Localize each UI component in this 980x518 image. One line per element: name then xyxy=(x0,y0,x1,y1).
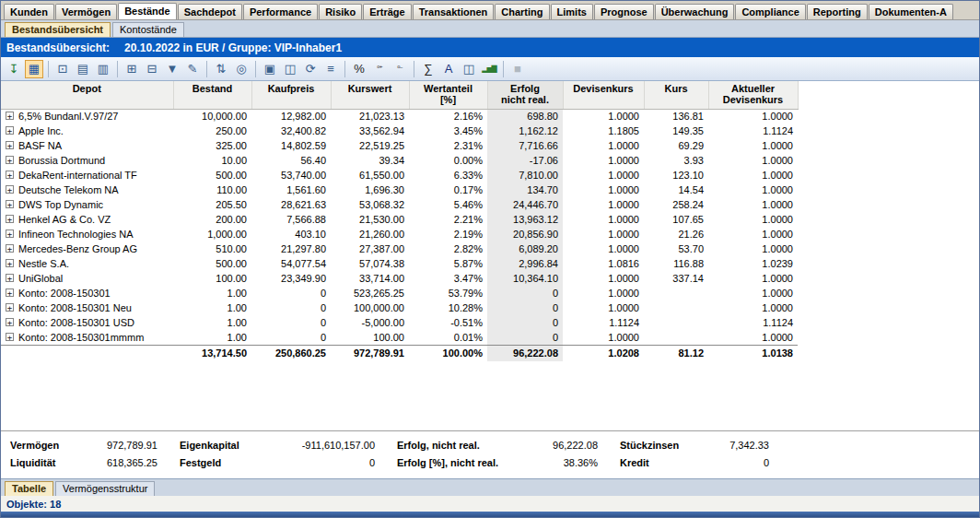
split-view-icon[interactable]: ◫ xyxy=(281,60,299,78)
subtab-kontostaende[interactable]: Kontostände xyxy=(112,22,184,37)
sort-icon[interactable]: ⇅ xyxy=(212,60,230,78)
table-row[interactable]: +Infineon Technologies NA1,000.00403.102… xyxy=(1,227,798,241)
tab-dokumenten-a[interactable]: Dokumenten-A xyxy=(869,4,953,19)
search-icon[interactable]: ◎ xyxy=(232,60,251,78)
tab-reporting[interactable]: Reporting xyxy=(807,4,868,19)
columns-icon[interactable]: ▥ xyxy=(94,60,112,78)
table-row[interactable]: +Mercedes-Benz Group AG510.0021,297.8027… xyxy=(1,241,798,256)
report-icon: ■ xyxy=(508,60,527,78)
tab-compliance[interactable]: Compliance xyxy=(735,4,805,19)
expand-icon[interactable]: + xyxy=(6,215,14,223)
table-row[interactable]: +Henkel AG & Co. VZ200.007,566.8821,530.… xyxy=(1,212,798,227)
depot-name: DWS Top Dynamic xyxy=(18,199,103,210)
expand-icon[interactable]: + xyxy=(6,200,14,208)
font-icon[interactable]: A xyxy=(439,60,458,78)
col-header-wertanteil[interactable]: Wertanteil [%] xyxy=(409,81,487,109)
view-title-context: 20.10.2022 in EUR / Gruppe: VIP-Inhaber1 xyxy=(124,41,342,54)
decimal-add-icon[interactable]: ⁰⁺ xyxy=(370,60,389,78)
table-row[interactable]: +Borussia Dortmund10.0056.4039.340.00%-1… xyxy=(1,153,798,168)
expand-icon[interactable]: + xyxy=(6,112,14,120)
col-header-depot[interactable]: Depot xyxy=(1,81,173,109)
bottomtab-tabelle[interactable]: Tabelle xyxy=(5,481,53,496)
expand-icon[interactable]: + xyxy=(6,303,14,312)
expand-all-icon[interactable]: ⊞ xyxy=(122,60,141,78)
tab-vermoegen[interactable]: Vermögen xyxy=(55,4,117,19)
tab-performance[interactable]: Performance xyxy=(243,4,318,19)
copy-icon[interactable]: ⊡ xyxy=(53,60,72,78)
tab-ertraege[interactable]: Erträge xyxy=(363,4,412,19)
decimal-remove-icon[interactable]: ⁰⁻ xyxy=(391,60,409,78)
col-header-kurswert[interactable]: Kurswert xyxy=(331,81,409,109)
tab-bestaende[interactable]: Bestände xyxy=(118,3,177,19)
status-bar: Objekte: 18 xyxy=(1,496,979,512)
expand-icon[interactable]: + xyxy=(6,333,14,341)
depot-name: Konto: 2008-150301 USD xyxy=(18,317,134,328)
depot-name: Konto: 2008-150301 xyxy=(18,288,111,299)
menu-icon[interactable]: ≡ xyxy=(321,60,340,78)
table-row[interactable]: +BASF NA325.0014,802.5922,519.252.31%7,7… xyxy=(1,138,798,153)
tab-ueberwachung[interactable]: Überwachung xyxy=(655,4,735,19)
table-row[interactable]: +Konto: 2008-150301 Neu1.000100,000.0010… xyxy=(1,300,798,315)
table-row[interactable]: +Konto: 2008-150301mmmm1.000100.000.01%0… xyxy=(1,330,798,345)
summary-label: Kredit xyxy=(620,457,649,468)
expand-icon[interactable]: + xyxy=(6,185,14,194)
col-header-devisenkurs[interactable]: Devisenkurs xyxy=(563,81,644,109)
table-layout-icon[interactable]: ▦ xyxy=(25,60,43,78)
expand-icon[interactable]: + xyxy=(6,141,14,149)
bottomtab-vermoegensstruktur[interactable]: Vermögensstruktur xyxy=(55,481,155,496)
chart-icon[interactable]: ▂▅▇ xyxy=(480,60,498,78)
freeze-pane-icon[interactable]: ▣ xyxy=(261,60,279,78)
expand-icon[interactable]: + xyxy=(6,156,14,164)
main-tab-bar: KundenVermögenBeständeSachdepotPerforman… xyxy=(1,1,979,20)
group-columns-icon[interactable]: ◫ xyxy=(460,60,478,78)
tab-risiko[interactable]: Risiko xyxy=(319,4,362,19)
col-header-bestand[interactable]: Bestand xyxy=(173,81,251,109)
expand-icon[interactable]: + xyxy=(6,244,14,253)
summary-label: Festgeld xyxy=(180,457,221,468)
expand-icon[interactable]: + xyxy=(6,318,14,326)
depot-name: UniGlobal xyxy=(18,273,63,284)
tab-transaktionen[interactable]: Transaktionen xyxy=(413,4,495,19)
sum-icon[interactable]: ∑ xyxy=(419,60,438,78)
collapse-all-icon[interactable]: ⊟ xyxy=(143,60,161,78)
refresh-icon[interactable]: ⟳ xyxy=(301,60,320,78)
col-header-kaufpreis[interactable]: Kaufpreis xyxy=(251,81,331,109)
filter-edit-icon[interactable]: ✎ xyxy=(183,60,202,78)
summary-value: -911,610,157.00 xyxy=(302,440,375,451)
subtab-bestandsuebersicht[interactable]: Bestandsübersicht xyxy=(5,22,111,37)
table-row[interactable]: +DekaRent-international TF500.0053,740.0… xyxy=(1,168,798,182)
summary-erfolg-nicht-real: Erfolg, nicht real.96,222.08 xyxy=(397,440,598,451)
col-header-kurs[interactable]: Kurs xyxy=(644,81,708,109)
col-header-aktueller-devisenkurs[interactable]: Aktueller Devisenkurs xyxy=(708,81,798,109)
expand-icon[interactable]: + xyxy=(6,230,14,238)
percent-icon[interactable]: % xyxy=(350,60,368,78)
expand-icon[interactable]: + xyxy=(6,126,14,135)
tab-limits[interactable]: Limits xyxy=(551,4,593,19)
tab-sachdepot[interactable]: Sachdepot xyxy=(178,4,242,19)
col-header-erfolg-nicht-real[interactable]: Erfolg nicht real. xyxy=(487,81,563,109)
totals-row: 13,714.50250,860.25972,789.91100.00%96,2… xyxy=(1,345,798,361)
expand-icon[interactable]: + xyxy=(6,274,14,282)
table-row[interactable]: +Deutsche Telekom NA110.001,561.601,696.… xyxy=(1,182,798,197)
depot-name: BASF NA xyxy=(18,140,62,151)
summary-kredit: Kredit0 xyxy=(620,457,769,468)
expand-icon[interactable]: + xyxy=(6,259,14,267)
table-row[interactable]: +Nestle S.A.500.0054,077.5457,074.385.87… xyxy=(1,256,798,271)
tab-prognose[interactable]: Prognose xyxy=(594,4,654,19)
export-icon[interactable]: ↧ xyxy=(5,60,23,78)
summary-value: 972,789.91 xyxy=(107,440,158,451)
table-row[interactable]: +Konto: 2008-1503011.000523,265.2553.79%… xyxy=(1,286,798,300)
expand-icon[interactable]: + xyxy=(6,288,14,297)
table-row[interactable]: +DWS Top Dynamic205.5028,621.6353,068.32… xyxy=(1,197,798,212)
tab-kunden[interactable]: Kunden xyxy=(4,4,54,19)
summary-value: 38.36% xyxy=(564,457,598,468)
tab-charting[interactable]: Charting xyxy=(495,4,549,19)
expand-icon[interactable]: + xyxy=(6,171,14,179)
table-row[interactable]: +6,5% Bundanl.V.97/2710,000.0012,982.002… xyxy=(1,109,798,124)
filter-icon[interactable]: ▼ xyxy=(163,60,181,78)
table-row[interactable]: +Konto: 2008-150301 USD1.000-5,000.00-0.… xyxy=(1,315,798,330)
summary-value: 618,365.25 xyxy=(107,457,158,468)
table-row[interactable]: +Apple Inc.250.0032,400.8233,562.943.45%… xyxy=(1,124,798,138)
table-row[interactable]: +UniGlobal100.0023,349.9033,714.003.47%1… xyxy=(1,271,798,286)
rows-icon[interactable]: ▤ xyxy=(74,60,92,78)
